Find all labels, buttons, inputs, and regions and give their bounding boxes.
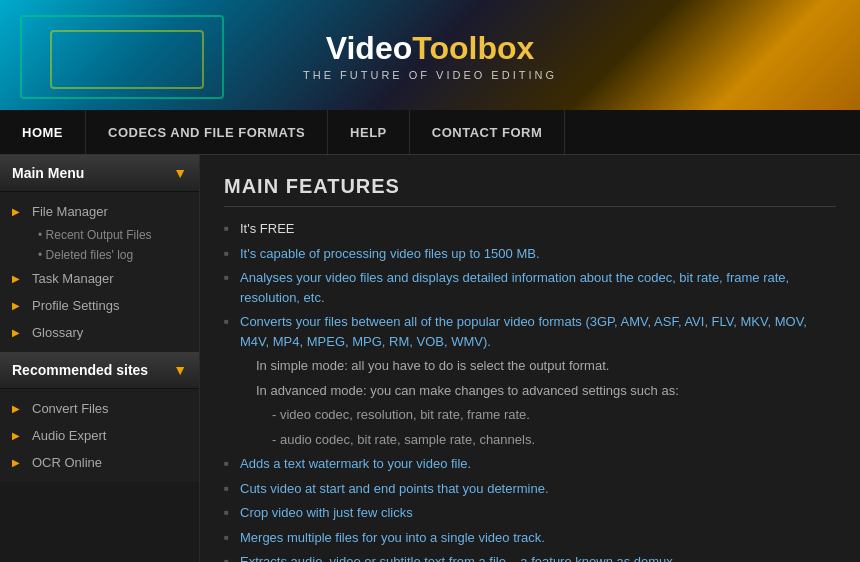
bullet-icon: ▶	[12, 327, 20, 338]
feature-item-merge: Merges multiple files for you into a sin…	[224, 528, 836, 548]
main-layout: Main Menu ▼ ▶ File Manager Recent Output…	[0, 155, 860, 562]
recommended-sites-label: Recommended sites	[12, 362, 148, 378]
recommended-sites-arrow: ▼	[173, 362, 187, 378]
task-manager-label: Task Manager	[32, 271, 114, 286]
sidebar-item-glossary[interactable]: ▶ Glossary	[0, 319, 199, 346]
content-title: MAIN FEATURES	[224, 175, 836, 207]
bullet-icon: ▶	[12, 457, 20, 468]
sidebar-subitem-recent[interactable]: Recent Output Files	[0, 225, 199, 245]
feature-item-simple-mode: In simple mode: all you have to do is se…	[224, 356, 836, 376]
nav-codecs[interactable]: CODECS AND FILE FORMATS	[86, 110, 328, 154]
bullet-icon: ▶	[12, 206, 20, 217]
logo: VideoToolbox	[303, 30, 557, 67]
sidebar-item-convert-files[interactable]: ▶ Convert Files	[0, 395, 199, 422]
convert-files-label: Convert Files	[32, 401, 109, 416]
feature-item-audio-codec: - audio codec, bit rate, sample rate, ch…	[224, 430, 836, 450]
feature-item-free: It's FREE	[224, 219, 836, 239]
sidebar-item-profile-settings[interactable]: ▶ Profile Settings	[0, 292, 199, 319]
sidebar-item-task-manager[interactable]: ▶ Task Manager	[0, 265, 199, 292]
feature-item-extract: Extracts audio, video or subtitle text f…	[224, 552, 836, 562]
feature-item-convert: Converts your files between all of the p…	[224, 312, 836, 351]
feature-item-cut: Cuts video at start and end points that …	[224, 479, 836, 499]
recommended-sites-header[interactable]: Recommended sites ▼	[0, 352, 199, 389]
sidebar-item-file-manager[interactable]: ▶ File Manager	[0, 198, 199, 225]
bullet-icon: ▶	[12, 273, 20, 284]
bullet-icon: ▶	[12, 430, 20, 441]
sidebar-item-audio-expert[interactable]: ▶ Audio Expert	[0, 422, 199, 449]
sidebar: Main Menu ▼ ▶ File Manager Recent Output…	[0, 155, 200, 562]
main-menu-arrow: ▼	[173, 165, 187, 181]
nav-home[interactable]: HOME	[0, 110, 86, 154]
ocr-online-label: OCR Online	[32, 455, 102, 470]
feature-item-crop: Crop video with just few clicks	[224, 503, 836, 523]
nav-help[interactable]: HELP	[328, 110, 410, 154]
logo-toolbox: Toolbox	[412, 30, 534, 66]
nav-contact[interactable]: CONTACT FORM	[410, 110, 565, 154]
header: VideoToolbox THE FUTURE OF VIDEO EDITING	[0, 0, 860, 110]
bullet-icon: ▶	[12, 403, 20, 414]
sidebar-item-ocr-online[interactable]: ▶ OCR Online	[0, 449, 199, 476]
feature-item-size: It's capable of processing video files u…	[224, 244, 836, 264]
feature-item-video-codec: - video codec, resolution, bit rate, fra…	[224, 405, 836, 425]
feature-item-watermark: Adds a text watermark to your video file…	[224, 454, 836, 474]
nav: HOME CODECS AND FILE FORMATS HELP CONTAC…	[0, 110, 860, 155]
main-menu-items: ▶ File Manager Recent Output Files Delet…	[0, 192, 199, 352]
tagline: THE FUTURE OF VIDEO EDITING	[303, 69, 557, 81]
feature-item-advanced-mode: In advanced mode: you can make changes t…	[224, 381, 836, 401]
sidebar-subitem-deleted[interactable]: Deleted files' log	[0, 245, 199, 265]
main-menu-header[interactable]: Main Menu ▼	[0, 155, 199, 192]
recommended-sites-items: ▶ Convert Files ▶ Audio Expert ▶ OCR Onl…	[0, 389, 199, 482]
feature-list: It's FREE It's capable of processing vid…	[224, 219, 836, 562]
content-area: MAIN FEATURES It's FREE It's capable of …	[200, 155, 860, 562]
profile-settings-label: Profile Settings	[32, 298, 119, 313]
bullet-icon: ▶	[12, 300, 20, 311]
audio-expert-label: Audio Expert	[32, 428, 106, 443]
feature-item-analyse: Analyses your video files and displays d…	[224, 268, 836, 307]
glossary-label: Glossary	[32, 325, 83, 340]
logo-area: VideoToolbox THE FUTURE OF VIDEO EDITING	[303, 30, 557, 81]
logo-video: Video	[326, 30, 413, 66]
main-menu-label: Main Menu	[12, 165, 84, 181]
file-manager-label: File Manager	[32, 204, 108, 219]
